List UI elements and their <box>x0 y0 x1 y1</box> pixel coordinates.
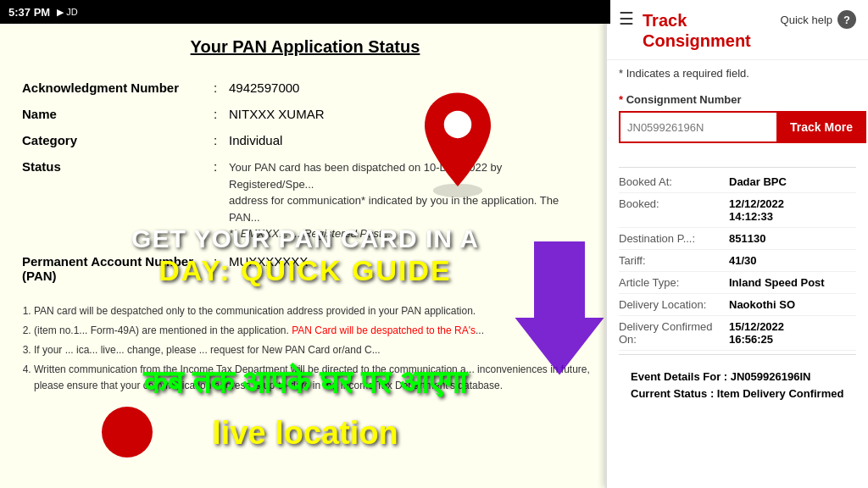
consignment-form: * Consignment Number Track More <box>607 86 868 157</box>
tracking-label-article-type: Article Type: <box>619 276 729 289</box>
info-item-3: If your ... ica... live... change, pleas… <box>34 344 381 356</box>
track-consignment-title: TrackConsignment <box>643 10 781 51</box>
field-label-acknowledgment: Acknowledgment Number <box>19 75 205 100</box>
hamburger-icon[interactable]: ☰ <box>619 10 634 27</box>
tracking-label-tariff: Tariff: <box>619 254 729 267</box>
overlay-text-quick-guide: DAY: QUICK GUIDE <box>0 254 610 287</box>
tracking-row-delivery-confirmed: Delivery Confirmed On: 15/12/202216:56:2… <box>619 316 856 351</box>
divider <box>619 167 856 168</box>
location-pin-icon <box>415 87 500 197</box>
track-title-text: TrackConsignment <box>643 11 751 50</box>
info-item-1: PAN card will be despatched only to the … <box>34 305 476 317</box>
consignment-label-text: Consignment Number <box>626 93 742 106</box>
event-details-box: Event Details For : JN059926196IN Curren… <box>619 360 856 410</box>
tracking-value-tariff: 41/30 <box>729 254 856 267</box>
event-details-status: Current Status : Item Delivery Confirmed <box>631 385 844 402</box>
tracking-value-delivery-location: Naokothi SO <box>729 298 856 311</box>
colon-0: : <box>207 75 224 100</box>
divider-2 <box>619 354 856 355</box>
required-note: * Indicates a required field. <box>607 60 868 86</box>
colon-2: : <box>207 128 224 152</box>
tracking-details-section: Booked At: Dadar BPC Booked: 12/12/20221… <box>607 157 868 417</box>
tracking-row-booked-at: Booked At: Dadar BPC <box>619 171 856 193</box>
status-time: 5:37 PM <box>8 6 50 19</box>
tracking-label-booked-at: Booked At: <box>619 175 729 188</box>
status-icons: ▶ JD <box>57 7 78 18</box>
track-consignment-panel: ☰ TrackConsignment Quick help ? * Indica… <box>605 0 868 488</box>
tracking-value-destination: 851130 <box>729 232 856 245</box>
status-bar: 5:37 PM ▶ JD <box>0 0 610 24</box>
field-label-name: Name <box>19 102 205 126</box>
consignment-input-row: Track More <box>619 111 856 143</box>
page-title: Your PAN Application Status <box>17 37 593 57</box>
tracking-row-tariff: Tariff: 41/30 <box>619 250 856 272</box>
tracking-value-booked-at: Dadar BPC <box>729 175 856 188</box>
tracking-value-delivery-confirmed: 15/12/202216:56:25 <box>729 320 856 346</box>
tracking-row-booked: Booked: 12/12/202214:12:33 <box>619 193 856 228</box>
quick-help-icon[interactable]: ? <box>837 10 856 29</box>
quick-help-label[interactable]: Quick help <box>781 14 832 26</box>
tracking-value-article-type: Inland Speed Post <box>729 276 856 289</box>
red-circle-decoration <box>102 407 153 458</box>
consignment-field-label: * Consignment Number <box>619 93 856 106</box>
tracking-row-delivery-location: Delivery Location: Naokothi SO <box>619 294 856 316</box>
track-more-button[interactable]: Track More <box>776 111 866 143</box>
tracking-label-delivery-location: Delivery Location: <box>619 298 729 311</box>
tracking-label-booked: Booked: <box>619 197 729 223</box>
tracking-row-article-type: Article Type: Inland Speed Post <box>619 272 856 294</box>
tracking-value-booked: 12/12/202214:12:33 <box>729 197 856 223</box>
tracking-row-destination: Destination P...: 851130 <box>619 228 856 250</box>
quick-help-area: Quick help ? <box>781 10 856 29</box>
field-label-category: Category <box>19 128 205 152</box>
tracking-label-delivery-confirmed: Delivery Confirmed On: <box>619 320 729 346</box>
consignment-number-input[interactable] <box>619 111 776 143</box>
svg-point-1 <box>444 111 472 139</box>
info-item-2: (item no.1... Form-49A) are mentioned in… <box>34 324 484 336</box>
tracking-label-destination: Destination P...: <box>619 232 729 245</box>
overlay-text-live: live location <box>0 415 610 452</box>
overlay-text-get-pan: GET YOUR PAN CARD IN A <box>0 225 610 253</box>
track-panel-header: ☰ TrackConsignment Quick help ? <box>607 0 868 60</box>
event-details-label: Event Details For : JN059926196IN <box>631 369 844 385</box>
colon-1: : <box>207 102 224 126</box>
overlay-text-hindi: कब तक आपके घर पर आएगा <box>0 364 610 402</box>
location-pin-area <box>373 75 542 210</box>
required-star: * <box>619 93 626 106</box>
